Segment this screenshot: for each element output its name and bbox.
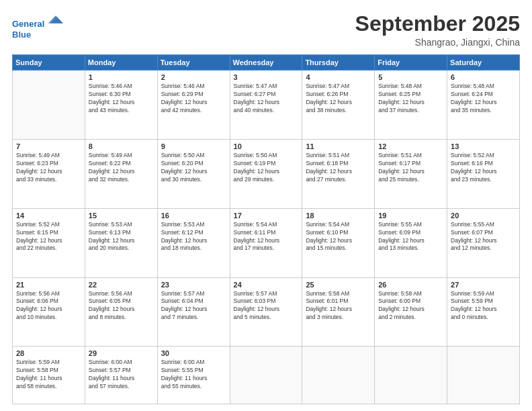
- calendar-cell: 26Sunrise: 5:58 AMSunset: 6:00 PMDayligh…: [375, 277, 447, 347]
- day-number: 13: [451, 142, 516, 150]
- calendar-cell: [447, 347, 520, 404]
- day-number: 19: [378, 212, 443, 220]
- day-number: 1: [89, 73, 154, 81]
- calendar-cell: 4Sunrise: 5:47 AMSunset: 6:26 PMDaylight…: [302, 71, 375, 140]
- week-row-3: 21Sunrise: 5:56 AMSunset: 6:06 PMDayligh…: [13, 277, 520, 347]
- calendar-cell: 10Sunrise: 5:50 AMSunset: 6:19 PMDayligh…: [230, 139, 302, 208]
- header-saturday: Saturday: [447, 55, 520, 71]
- calendar-cell: 14Sunrise: 5:52 AMSunset: 6:15 PMDayligh…: [13, 208, 85, 277]
- day-info: Sunrise: 5:55 AMSunset: 6:09 PMDaylight:…: [378, 221, 443, 253]
- day-number: 20: [451, 212, 516, 220]
- calendar-cell: 12Sunrise: 5:51 AMSunset: 6:17 PMDayligh…: [375, 139, 447, 208]
- month-title: September 2025: [355, 12, 520, 36]
- calendar-cell: 17Sunrise: 5:54 AMSunset: 6:11 PMDayligh…: [230, 208, 302, 277]
- day-info: Sunrise: 5:47 AMSunset: 6:27 PMDaylight:…: [234, 83, 299, 115]
- day-info: Sunrise: 5:49 AMSunset: 6:22 PMDaylight:…: [89, 152, 154, 184]
- day-number: 24: [234, 281, 299, 289]
- day-number: 27: [451, 281, 516, 289]
- day-info: Sunrise: 5:57 AMSunset: 6:04 PMDaylight:…: [161, 290, 226, 322]
- calendar-cell: 8Sunrise: 5:49 AMSunset: 6:22 PMDaylight…: [85, 139, 157, 208]
- calendar-cell: 27Sunrise: 5:59 AMSunset: 5:59 PMDayligh…: [447, 277, 520, 347]
- day-number: 30: [161, 349, 226, 357]
- day-info: Sunrise: 5:52 AMSunset: 6:16 PMDaylight:…: [451, 152, 516, 184]
- logo-icon: [48, 12, 63, 27]
- calendar-cell: 7Sunrise: 5:49 AMSunset: 6:23 PMDaylight…: [13, 139, 85, 208]
- header-friday: Friday: [375, 55, 447, 71]
- day-info: Sunrise: 5:54 AMSunset: 6:10 PMDaylight:…: [306, 221, 371, 253]
- day-number: 2: [161, 73, 226, 81]
- week-row-1: 7Sunrise: 5:49 AMSunset: 6:23 PMDaylight…: [13, 139, 520, 208]
- day-number: 26: [378, 281, 443, 289]
- calendar-table: Sunday Monday Tuesday Wednesday Thursday…: [12, 54, 520, 404]
- calendar-cell: 30Sunrise: 6:00 AMSunset: 5:55 PMDayligh…: [157, 347, 230, 404]
- day-info: Sunrise: 5:53 AMSunset: 6:12 PMDaylight:…: [161, 221, 226, 253]
- day-number: 15: [89, 212, 154, 220]
- day-info: Sunrise: 5:50 AMSunset: 6:19 PMDaylight:…: [234, 152, 299, 184]
- day-info: Sunrise: 5:54 AMSunset: 6:11 PMDaylight:…: [234, 221, 299, 253]
- calendar-cell: 24Sunrise: 5:57 AMSunset: 6:03 PMDayligh…: [230, 277, 302, 347]
- calendar-cell: 23Sunrise: 5:57 AMSunset: 6:04 PMDayligh…: [157, 277, 230, 347]
- calendar-cell: 29Sunrise: 6:00 AMSunset: 5:57 PMDayligh…: [85, 347, 157, 404]
- calendar-cell: 19Sunrise: 5:55 AMSunset: 6:09 PMDayligh…: [375, 208, 447, 277]
- day-number: 4: [306, 73, 371, 81]
- day-number: 17: [234, 212, 299, 220]
- day-number: 5: [378, 73, 443, 81]
- calendar-cell: 16Sunrise: 5:53 AMSunset: 6:12 PMDayligh…: [157, 208, 230, 277]
- day-number: 16: [161, 212, 226, 220]
- header-wednesday: Wednesday: [230, 55, 302, 71]
- header-sunday: Sunday: [13, 55, 85, 71]
- day-info: Sunrise: 5:49 AMSunset: 6:23 PMDaylight:…: [16, 152, 81, 184]
- day-number: 22: [89, 281, 154, 289]
- calendar-cell: 2Sunrise: 5:46 AMSunset: 6:29 PMDaylight…: [157, 71, 230, 140]
- day-number: 3: [234, 73, 299, 81]
- calendar-cell: 25Sunrise: 5:58 AMSunset: 6:01 PMDayligh…: [302, 277, 375, 347]
- day-info: Sunrise: 5:59 AMSunset: 5:59 PMDaylight:…: [451, 290, 516, 322]
- day-info: Sunrise: 5:58 AMSunset: 6:01 PMDaylight:…: [306, 290, 371, 322]
- location: Shangrao, Jiangxi, China: [355, 37, 520, 48]
- calendar-cell: 13Sunrise: 5:52 AMSunset: 6:16 PMDayligh…: [447, 139, 520, 208]
- day-number: 12: [378, 142, 443, 150]
- day-number: 14: [16, 212, 81, 220]
- calendar-cell: 22Sunrise: 5:56 AMSunset: 6:05 PMDayligh…: [85, 277, 157, 347]
- logo: General Blue: [12, 15, 63, 40]
- day-info: Sunrise: 5:48 AMSunset: 6:25 PMDaylight:…: [378, 83, 443, 115]
- day-number: 23: [161, 281, 226, 289]
- day-info: Sunrise: 5:55 AMSunset: 6:07 PMDaylight:…: [451, 221, 516, 253]
- day-info: Sunrise: 5:52 AMSunset: 6:15 PMDaylight:…: [16, 221, 81, 253]
- day-number: 6: [451, 73, 516, 81]
- week-row-0: 1Sunrise: 5:46 AMSunset: 6:30 PMDaylight…: [13, 71, 520, 140]
- day-number: 18: [306, 212, 371, 220]
- logo-blue: Blue: [12, 30, 63, 40]
- day-info: Sunrise: 5:58 AMSunset: 6:00 PMDaylight:…: [378, 290, 443, 322]
- calendar-cell: 18Sunrise: 5:54 AMSunset: 6:10 PMDayligh…: [302, 208, 375, 277]
- day-info: Sunrise: 5:46 AMSunset: 6:29 PMDaylight:…: [161, 83, 226, 115]
- calendar-cell: 6Sunrise: 5:48 AMSunset: 6:24 PMDaylight…: [447, 71, 520, 140]
- calendar-cell: 11Sunrise: 5:51 AMSunset: 6:18 PMDayligh…: [302, 139, 375, 208]
- day-number: 11: [306, 142, 371, 150]
- day-number: 25: [306, 281, 371, 289]
- day-info: Sunrise: 5:51 AMSunset: 6:17 PMDaylight:…: [378, 152, 443, 184]
- calendar-cell: [302, 347, 375, 404]
- calendar-cell: 9Sunrise: 5:50 AMSunset: 6:20 PMDaylight…: [157, 139, 230, 208]
- day-info: Sunrise: 5:48 AMSunset: 6:24 PMDaylight:…: [451, 83, 516, 115]
- calendar-cell: [13, 71, 85, 140]
- week-row-4: 28Sunrise: 5:59 AMSunset: 5:58 PMDayligh…: [13, 347, 520, 404]
- day-info: Sunrise: 5:56 AMSunset: 6:05 PMDaylight:…: [89, 290, 154, 322]
- day-number: 29: [89, 349, 154, 357]
- header-thursday: Thursday: [302, 55, 375, 71]
- day-number: 8: [89, 142, 154, 150]
- day-number: 9: [161, 142, 226, 150]
- day-info: Sunrise: 5:47 AMSunset: 6:26 PMDaylight:…: [306, 83, 371, 115]
- header: General Blue September 2025 Shangrao, Ji…: [12, 12, 520, 48]
- day-info: Sunrise: 5:56 AMSunset: 6:06 PMDaylight:…: [16, 290, 81, 322]
- calendar-cell: 5Sunrise: 5:48 AMSunset: 6:25 PMDaylight…: [375, 71, 447, 140]
- day-info: Sunrise: 5:53 AMSunset: 6:13 PMDaylight:…: [89, 221, 154, 253]
- day-number: 28: [16, 349, 81, 357]
- calendar-cell: [230, 347, 302, 404]
- weekday-header-row: Sunday Monday Tuesday Wednesday Thursday…: [13, 55, 520, 71]
- day-number: 7: [16, 142, 81, 150]
- day-info: Sunrise: 6:00 AMSunset: 5:55 PMDaylight:…: [161, 359, 226, 391]
- week-row-2: 14Sunrise: 5:52 AMSunset: 6:15 PMDayligh…: [13, 208, 520, 277]
- day-number: 21: [16, 281, 81, 289]
- page: General Blue September 2025 Shangrao, Ji…: [0, 0, 532, 411]
